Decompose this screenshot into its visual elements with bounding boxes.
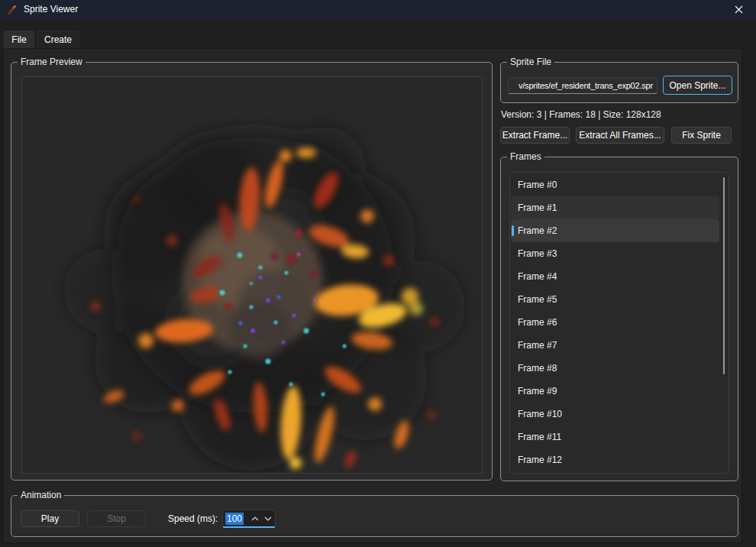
frame-list-item[interactable]: Frame #9 [511, 380, 719, 403]
frame-list-item[interactable]: Frame #6 [511, 311, 719, 334]
frame-list-item[interactable]: Frame #3 [511, 242, 719, 265]
crowbar-icon [6, 4, 18, 15]
spin-down-button[interactable] [263, 514, 272, 523]
tab-file[interactable]: File [4, 31, 34, 48]
frame-list-item[interactable]: Frame #4 [511, 265, 719, 288]
speed-spinbox[interactable]: 100 [222, 510, 276, 528]
frame-list-item[interactable]: Frame #1 [511, 196, 719, 219]
close-icon [735, 5, 743, 14]
spin-down-icon [264, 516, 272, 521]
close-button[interactable] [721, 0, 756, 18]
frames-list: Frame #0 Frame #1 Frame #2 Frame #3 Fram… [509, 172, 729, 474]
scrollbar-thumb[interactable] [723, 177, 725, 374]
fix-sprite-button[interactable]: Fix Sprite [671, 127, 732, 144]
extract-all-frames-button[interactable]: Extract All Frames... [576, 127, 664, 144]
app-window: Sprite Viewer File Create Frame Preview … [0, 0, 756, 547]
title-bar: Sprite Viewer [0, 0, 756, 18]
window-title: Sprite Viewer [24, 4, 78, 15]
spin-up-button[interactable] [250, 514, 259, 523]
frame-list-item[interactable]: Frame #8 [511, 357, 719, 380]
speed-value[interactable]: 100 [225, 513, 244, 525]
selection-indicator [512, 225, 514, 236]
play-button[interactable]: Play [21, 510, 79, 527]
sprite-path-input[interactable]: v/sprites/ef_resident_trans_exp02.spr [508, 77, 657, 94]
frame-list-item[interactable]: Frame #7 [511, 334, 719, 357]
tab-strip: File Create [0, 18, 756, 48]
extract-frame-button[interactable]: Extract Frame... [500, 127, 570, 144]
spin-up-icon [251, 516, 259, 521]
speed-label: Speed (ms): [168, 513, 218, 524]
frame-preview-canvas [21, 76, 483, 474]
stop-button[interactable]: Stop [87, 510, 146, 527]
frame-list-item[interactable]: Frame #12 [511, 448, 719, 471]
explosion-sprite [22, 77, 483, 474]
frame-list-item-label: Frame #2 [518, 225, 557, 236]
frame-list-item[interactable]: Frame #11 [511, 426, 719, 448]
frame-list-item[interactable]: Frame #5 [511, 288, 719, 311]
open-sprite-button[interactable]: Open Sprite... [663, 76, 732, 95]
spin-arrows [250, 510, 272, 526]
sprite-info-text: Version: 3 | Frames: 18 | Size: 128x128 [501, 109, 661, 120]
frame-list-item[interactable]: Frame #10 [511, 403, 719, 426]
frame-list-item[interactable]: Frame #0 [511, 173, 719, 196]
frame-list-item[interactable]: Frame #2 [511, 219, 719, 242]
tab-create[interactable]: Create [37, 31, 79, 48]
